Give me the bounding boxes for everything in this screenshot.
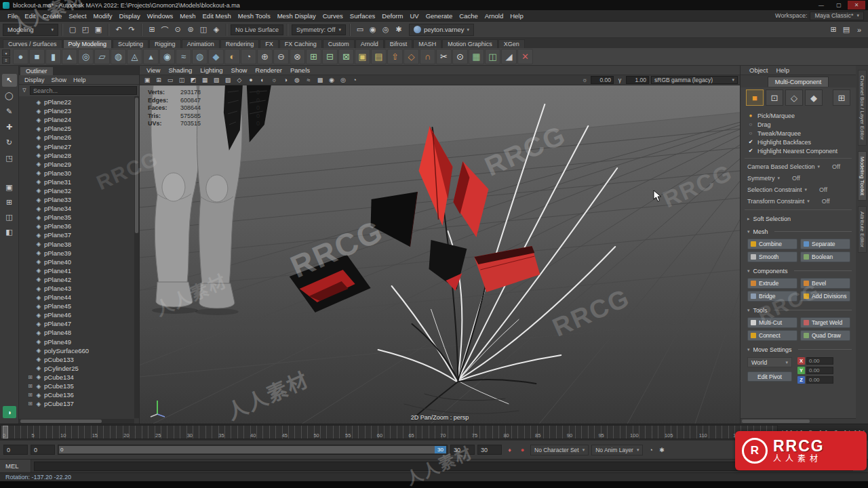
outliner-tab[interactable]: Outliner: [20, 67, 53, 75]
mirror-icon[interactable]: ◫: [485, 49, 500, 64]
bridge-button[interactable]: Bridge: [747, 291, 797, 302]
target-weld-button[interactable]: Target Weld: [800, 317, 850, 328]
menu-item[interactable]: Deform: [378, 12, 406, 20]
use-all-lights-icon[interactable]: ☼: [269, 76, 279, 85]
axis-value-field[interactable]: 0.00: [806, 367, 833, 374]
outliner-item[interactable]: ⊞ ◈ pCube135: [19, 382, 139, 390]
outliner-item[interactable]: ◈ pPlane38: [19, 240, 139, 249]
playback-end-field[interactable]: 30: [450, 445, 475, 455]
uv-mode-icon[interactable]: ⊞: [833, 89, 850, 106]
outliner-item[interactable]: ◈ pPlane36: [19, 222, 139, 230]
fill-hole-icon[interactable]: ▣: [355, 49, 370, 64]
axis-orientation-dropdown[interactable]: World ▾: [747, 357, 792, 367]
isolate-select-icon[interactable]: ◎: [338, 76, 349, 85]
platonic-solid-icon[interactable]: ◬: [127, 49, 142, 64]
ipr-render-icon[interactable]: ◎: [380, 24, 392, 36]
exposure-field[interactable]: 0.00: [591, 76, 614, 84]
menu-item[interactable]: Create: [39, 12, 66, 20]
outliner-item[interactable]: ◈ pPlane49: [19, 338, 139, 346]
exposure-icon[interactable]: ☼: [579, 76, 590, 85]
outliner-item[interactable]: ◈ pPlane25: [19, 124, 139, 133]
combine-button[interactable]: Combine: [747, 239, 797, 249]
edit-pivot-button[interactable]: Edit Pivot: [747, 371, 792, 382]
sidebar-panel-tab[interactable]: Attribute Editor: [858, 206, 867, 253]
shelf-menu-icon[interactable]: ▾: [2, 49, 10, 56]
menu-item[interactable]: Curves: [319, 12, 347, 20]
boolean-intersection-icon[interactable]: ⊗: [290, 49, 305, 64]
undo-icon[interactable]: ↶: [113, 24, 125, 36]
outliner-item[interactable]: ◈ pPlane23: [19, 106, 139, 115]
animation-preferences-icon[interactable]: ✱: [656, 447, 667, 453]
outliner-menu-item[interactable]: Display: [22, 77, 47, 83]
polygon-torus-icon[interactable]: ◎: [78, 49, 94, 64]
snap-projected-center-icon[interactable]: ⊚: [184, 24, 197, 36]
close-button[interactable]: ✕: [848, 1, 865, 9]
polygon-pyramid-icon[interactable]: ▴: [143, 49, 159, 64]
rotate-tool-icon[interactable]: ↻: [2, 136, 17, 149]
menu-item[interactable]: Help: [507, 12, 527, 20]
bevel-icon[interactable]: ◇: [403, 49, 419, 64]
outliner-menu-item[interactable]: Show: [49, 77, 70, 83]
range-start-handle[interactable]: 0: [60, 447, 63, 453]
outliner-item[interactable]: ◈ polySurface660: [19, 346, 139, 355]
move-tool-icon[interactable]: ✚: [2, 121, 17, 134]
polygon-plane-icon[interactable]: ▱: [94, 49, 110, 64]
animation-end-field[interactable]: 30: [477, 445, 502, 455]
extrude-button[interactable]: Extrude: [747, 278, 797, 289]
grid-toggle-icon[interactable]: ⊞: [153, 76, 164, 85]
expand-icon[interactable]: ⊞: [27, 392, 33, 398]
outliner-item[interactable]: ◈ pPlane30: [19, 169, 139, 178]
edge-mode-icon[interactable]: ◇: [785, 89, 803, 106]
section-header[interactable]: ▾ Mesh: [747, 226, 852, 237]
sidebar-panel-tab[interactable]: Channel Box / Layer Editor: [858, 70, 867, 146]
outliner-item[interactable]: ◈ pPlane44: [19, 293, 139, 302]
extrude-icon[interactable]: ⇧: [387, 49, 403, 64]
outliner-item[interactable]: ◈ pCylinder25: [19, 364, 139, 373]
shelf-tab[interactable]: Rigging: [149, 39, 181, 48]
menu-item[interactable]: Mesh: [176, 12, 199, 20]
sculpt-tool-icon[interactable]: ◐: [224, 49, 240, 64]
shelf-tab[interactable]: FX: [260, 39, 279, 48]
redo-icon[interactable]: ↷: [125, 24, 138, 36]
polygon-disc-icon[interactable]: ◍: [111, 49, 126, 64]
lasso-tool-icon[interactable]: ◯: [2, 89, 17, 102]
expand-icon[interactable]: ⊞: [27, 383, 33, 389]
shelf-tab[interactable]: Curves / Surfaces: [3, 39, 62, 48]
resolution-gate-icon[interactable]: ◫: [176, 76, 187, 85]
outliner-item[interactable]: ◈ pPlane40: [19, 258, 139, 266]
outliner-item[interactable]: ◈ pPlane33: [19, 195, 139, 204]
radio-option[interactable]: ● Pick/Marquee: [747, 111, 852, 120]
menu-item[interactable]: Arnold: [481, 12, 507, 20]
axis-value-field[interactable]: 0.00: [806, 357, 833, 365]
textured-icon[interactable]: ◐: [257, 76, 268, 85]
outliner-item[interactable]: ◈ pPlane37: [19, 230, 139, 239]
outliner-item[interactable]: ◈ pPlane35: [19, 213, 139, 222]
shelf-tab[interactable]: XGen: [498, 39, 525, 48]
render-settings-icon[interactable]: ✱: [393, 24, 405, 36]
checkbox-option[interactable]: ✔ Highlight Nearest Component: [747, 146, 852, 155]
toolkit-scrollbar[interactable]: [741, 418, 856, 424]
multisample-icon[interactable]: ▩: [315, 76, 326, 85]
mash-panel-icon[interactable]: ◑: [3, 406, 16, 418]
shelf-tab[interactable]: Bifrost: [384, 39, 413, 48]
outliner-horizontal-scrollbar[interactable]: [19, 419, 134, 424]
viewport-menu-item[interactable]: Lighting: [196, 66, 226, 74]
combine-icon[interactable]: ⊞: [306, 49, 321, 64]
vertex-mode-icon[interactable]: ⊡: [766, 89, 783, 106]
boolean-union-icon[interactable]: ⊕: [257, 49, 273, 64]
screen-space-ao-icon[interactable]: ◍: [292, 76, 302, 85]
outliner-item[interactable]: ◈ pCube133: [19, 355, 139, 364]
menu-item[interactable]: Windows: [144, 12, 177, 20]
snap-view-plane-icon[interactable]: ◫: [197, 24, 210, 36]
anim-layer-dropdown[interactable]: No Anim Layer ▾: [591, 445, 643, 455]
radio-option[interactable]: ○ Tweak/Marquee: [747, 129, 852, 138]
make-live-icon[interactable]: ◈: [210, 24, 222, 36]
paint-select-tool-icon[interactable]: ✎: [2, 105, 17, 118]
menu-item[interactable]: Cache: [456, 12, 481, 20]
menu-item[interactable]: Select: [65, 12, 90, 20]
connect-button[interactable]: Connect: [747, 330, 797, 341]
outliner-item[interactable]: ⊞ ◈ pCube136: [19, 390, 139, 399]
outliner-item[interactable]: ◈ pPlane39: [19, 249, 139, 258]
mel-command-input[interactable]: [34, 462, 853, 471]
panel-list-icon[interactable]: ▤: [840, 24, 852, 36]
